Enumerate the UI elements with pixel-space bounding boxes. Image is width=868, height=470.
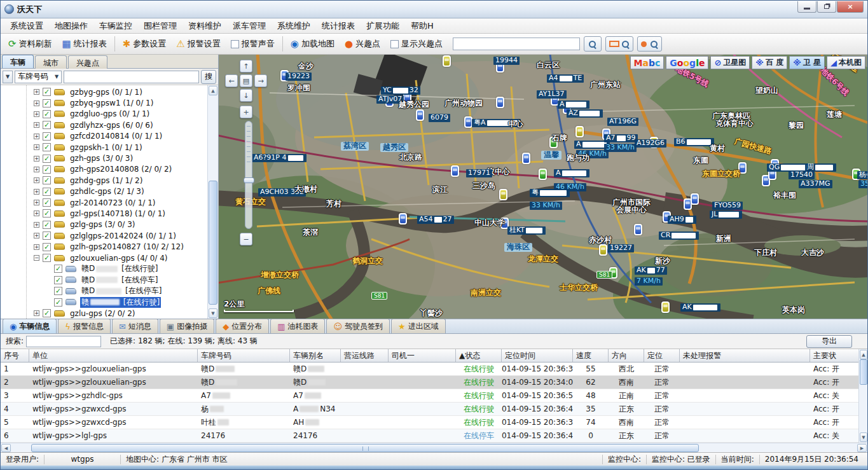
tree-checkbox[interactable]: ✓ (54, 287, 62, 295)
zoom-in-button[interactable]: + (240, 106, 252, 118)
scroll-up-icon[interactable]: ▲ (209, 86, 217, 95)
table-scrollbar-thumb[interactable] (860, 359, 867, 385)
area-search-button[interactable] (605, 36, 633, 52)
tree-group-row[interactable]: +✓gzlu-gps (2/ 0/ 2) (1, 308, 208, 319)
tree-checkbox[interactable]: ✓ (43, 243, 51, 251)
report-button[interactable]: ▦统计报表 (57, 36, 112, 52)
scroll-left-icon[interactable]: ◀ (1, 444, 11, 452)
export-button[interactable]: 导出 (806, 335, 852, 348)
pan-left-button[interactable]: ← (225, 74, 238, 87)
bottom-tab-车辆信息[interactable]: ◉车辆信息 (3, 319, 57, 333)
menu-item[interactable]: 系统设置 (4, 19, 49, 33)
map-vehicle-marker[interactable] (496, 97, 504, 108)
tab-车辆[interactable]: 车辆 (2, 55, 34, 68)
scroll-down-icon[interactable]: ▼ (860, 432, 867, 442)
expand-icon[interactable]: + (34, 200, 39, 205)
tree-checkbox[interactable]: ✓ (43, 88, 51, 96)
menu-item[interactable]: 围栏管理 (138, 19, 183, 33)
scroll-right-icon[interactable]: ▶ (857, 444, 867, 452)
map-vehicle-marker[interactable] (539, 169, 547, 180)
column-header[interactable]: 定位 (644, 349, 680, 362)
table-row[interactable]: 6wtljw-gps>>lgl-gps2417624176在线停车2014-09… (1, 429, 860, 443)
map-provider-本机图[interactable]: ◢本机图 (827, 56, 865, 69)
map-vehicle-marker[interactable] (451, 165, 459, 177)
tree-checkbox[interactable]: ✓ (43, 165, 51, 174)
column-header[interactable]: 营运线路 (341, 349, 389, 362)
table-row[interactable]: 1wtljw-gps>>gzlouxuelian-gps赣D赣D在线行驶2014… (1, 363, 860, 376)
tree-vehicle-row[interactable]: ✓赣D [在线行驶] (1, 263, 208, 274)
menu-item[interactable]: 扩展功能 (361, 19, 405, 33)
tree-checkbox[interactable]: ✓ (43, 110, 51, 118)
expand-icon[interactable]: + (34, 233, 39, 238)
search-field-select[interactable]: 车牌号码▼ (15, 71, 62, 83)
tree-vehicle-row[interactable]: ✓赣D [在线停车] (1, 275, 208, 286)
tree-scrollbar-thumb[interactable] (209, 181, 217, 305)
show-poi-toggle[interactable]: 显示兴趣点 (385, 36, 448, 52)
tree-group-row[interactable]: +✓gzl-gps(140718) (1/ 0/ 1) (1, 208, 208, 219)
expand-icon[interactable]: + (34, 100, 39, 106)
tree-group-row[interactable]: +✓gzbyg-gps (0/ 1/ 1) (1, 86, 208, 97)
tree-group-row[interactable]: +✓gzlg-gps (3/ 0/ 3) (1, 219, 208, 230)
column-header[interactable]: 车辆别名 (290, 349, 341, 362)
tree-group-row[interactable]: +✓gzgpskh-1 (0/ 1/ 1) (1, 142, 208, 153)
tree-group-row[interactable]: +✓gzdlyhzx-gps (6/ 0/ 6) (1, 120, 208, 130)
tree-checkbox[interactable]: ✓ (43, 121, 51, 129)
plate-search-input[interactable] (64, 71, 199, 83)
map-provider-卫星图[interactable]: ⊘卫星图 (710, 56, 750, 69)
search-button[interactable] (584, 36, 602, 52)
tree-group-row[interactable]: +✓gzhdlc-gps (2/ 1/ 3) (1, 186, 208, 197)
tree-checkbox[interactable]: ✓ (43, 132, 51, 141)
alarm-settings-button[interactable]: ⚠报警设置 (171, 36, 225, 52)
tree-checkbox[interactable]: ✓ (43, 232, 51, 240)
expand-icon[interactable]: − (34, 255, 39, 261)
expand-icon[interactable]: + (34, 156, 39, 162)
restore-button[interactable] (817, 1, 836, 13)
expand-icon[interactable]: + (34, 189, 39, 195)
tab-兴趣点[interactable]: 兴趣点 (68, 55, 107, 69)
alarm-sound-checkbox[interactable] (231, 40, 239, 48)
expand-icon[interactable]: + (34, 89, 39, 95)
pan-right-button[interactable]: → (254, 74, 267, 87)
map-vehicle-marker[interactable] (443, 55, 451, 67)
toolbar-search-input[interactable] (453, 38, 580, 50)
tree-checkbox[interactable]: ✓ (43, 188, 51, 196)
pan-up-button[interactable]: ↑ (240, 60, 252, 73)
filter-dropdown[interactable]: ▼ (3, 71, 13, 83)
tree-vehicle-row[interactable]: ✓赣 [在线行驶] (1, 296, 208, 307)
bottom-tab-短消息[interactable]: ✉短消息 (112, 319, 158, 333)
column-header[interactable]: 司机一 (389, 349, 456, 362)
show-poi-checkbox[interactable] (390, 40, 399, 48)
map-provider-logo-Mabc[interactable]: Mabc (630, 56, 665, 69)
map-vehicle-marker[interactable] (416, 109, 424, 121)
minimize-button[interactable] (797, 1, 816, 13)
refresh-button[interactable]: ⟳资料刷新 (3, 36, 57, 52)
menu-item[interactable]: 派车管理 (227, 19, 272, 33)
expand-icon[interactable]: + (34, 134, 39, 139)
params-button[interactable]: ✱参数设置 (118, 36, 172, 52)
tree-search-button[interactable]: 搜 (201, 70, 216, 84)
zoom-slider-track[interactable] (245, 121, 252, 229)
column-header[interactable]: 未处理报警 (680, 349, 810, 362)
zoom-out-button[interactable]: − (240, 233, 252, 245)
column-header[interactable]: 主要状 (810, 349, 860, 362)
tree-checkbox[interactable]: ✓ (54, 276, 62, 284)
bottom-tab-报警信息[interactable]: ϟ报警信息 (58, 319, 111, 333)
expand-icon[interactable]: + (34, 111, 39, 117)
tree-vehicle-row[interactable]: ✓赣D [在线停车] (1, 286, 208, 296)
bottom-tab-位置分布[interactable]: ◆位置分布 (216, 319, 269, 333)
expand-icon[interactable]: + (34, 144, 39, 150)
expand-icon[interactable]: + (34, 177, 39, 183)
tree-checkbox[interactable]: ✓ (43, 155, 51, 163)
table-row[interactable]: 2wtljw-gps>>gzlouxuelian-gps赣D赣D在线行驶2014… (1, 376, 860, 389)
expand-icon[interactable]: + (34, 310, 39, 316)
tree-checkbox[interactable]: ✓ (43, 99, 51, 107)
bottom-tab-油耗图表[interactable]: ▥油耗图表 (270, 319, 325, 333)
menu-item[interactable]: 统计报表 (316, 19, 361, 33)
menu-item[interactable]: 资料维护 (183, 19, 227, 33)
map-provider-logo-Google[interactable]: Google (666, 56, 708, 69)
tree-group-row[interactable]: +✓gzhdg-gps (1/ 1/ 2) (1, 175, 208, 186)
column-header[interactable]: 方向 (609, 349, 644, 362)
table-row[interactable]: 3wtljw-gps>>gzhdlc-gpsA7A7在线行驶2014-09-15… (1, 389, 860, 403)
column-header[interactable]: 序号 (1, 349, 29, 362)
expand-icon[interactable]: + (34, 167, 39, 172)
